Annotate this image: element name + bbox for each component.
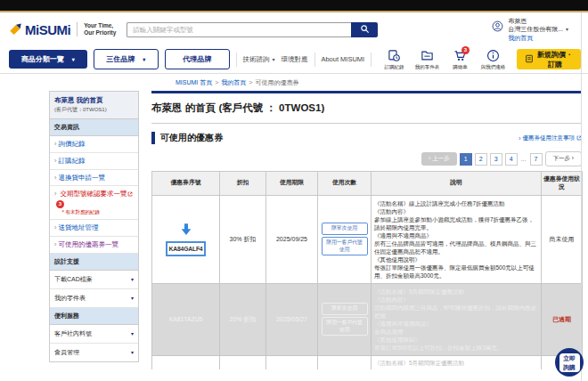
pagination-page-3[interactable]: 3 bbox=[490, 153, 502, 166]
my-home-link[interactable]: 我的首頁 bbox=[508, 34, 568, 42]
parts-list-quick-link[interactable]: 我的零件表 bbox=[412, 49, 442, 70]
pending-count-badge: 3 bbox=[56, 200, 64, 208]
account-user-name: 布萊恩 bbox=[508, 17, 568, 25]
column-header-status: 優惠券使用狀況 bbox=[542, 172, 583, 196]
sidebar-item-coupon-list[interactable]: 可使用的優惠券一覽 bbox=[50, 237, 138, 254]
search-button[interactable] bbox=[351, 22, 378, 37]
section-header-row: 可使用的優惠券 優惠券使用注意事項 bbox=[151, 132, 582, 144]
coupon-description: 《活動名稱》5月期間限定優惠活動 《活動內容》 活動期間內購買三住商品，即可獲得… bbox=[372, 283, 542, 355]
coupon-usage-cell: 限單次使用 限用一客戶代號使用 bbox=[318, 195, 372, 283]
sidebar-item-cad-download[interactable]: 下載CAD檔案 bbox=[50, 271, 138, 289]
account-texts: 布萊恩 台灣三住股份有限... 我的首頁 bbox=[508, 17, 568, 42]
cart-quick-link[interactable]: 3 購物車 bbox=[445, 49, 475, 70]
column-header-description: 說明 bbox=[372, 172, 542, 196]
table-row-coupon-active: KA84GALF4 30% 折扣 2025/09/25 限單次使用 限用一客戶代… bbox=[152, 195, 583, 283]
window-edge-line bbox=[581, 12, 582, 381]
site-header: MiSUMi Your Time, Our Priority 布萊恩 台灣三住股… bbox=[0, 12, 588, 45]
download-coupon-icon[interactable] bbox=[179, 223, 193, 237]
pagination-page-7[interactable]: 7 bbox=[530, 153, 543, 166]
sidebar-item-order-history[interactable]: 訂購紀錄 bbox=[50, 153, 138, 170]
sidebar-item-delivery-confirm[interactable]: 交期型號確認要求一覽3 ＊有未對應的紀錄 bbox=[50, 186, 138, 220]
column-header-discount: 折扣 bbox=[220, 172, 266, 196]
content-area: 布萊恩 我的首頁 (客戶代號：0TWOS1) 交易資訊 詢價紀錄 訂購紀錄 退換… bbox=[49, 91, 582, 369]
page-title: 布萊恩 的首頁 (客戶代號 ： 0TWOS1) bbox=[151, 101, 582, 124]
divider bbox=[371, 53, 372, 67]
sidebar-section-design: 設計支援 bbox=[50, 254, 138, 271]
sidebar-section-trade: 交易資訊 bbox=[50, 119, 138, 136]
chevron-down-icon bbox=[131, 350, 134, 355]
coupon-discount: 30% 折扣 bbox=[220, 195, 266, 283]
breadcrumb-mypage-link[interactable]: 我的首頁 bbox=[221, 79, 246, 85]
main-panel: 布萊恩 的首頁 (客戶代號 ： 0TWOS1) 可使用的優惠券 優惠券使用注意事… bbox=[151, 91, 582, 369]
usage-badge-single: 限單次使用 bbox=[322, 223, 368, 235]
pagination-page-4[interactable]: 4 bbox=[505, 153, 518, 166]
misumi-arrow-icon bbox=[9, 21, 22, 38]
sidebar: 布萊恩 我的首頁 (客戶代號：0TWOS1) 交易資訊 詢價紀錄 訂購紀錄 退換… bbox=[49, 91, 139, 362]
sidebar-item-return-request[interactable]: 退換貨申請一覽 bbox=[50, 170, 138, 187]
chevron-down-icon bbox=[143, 57, 145, 62]
agent-brand-button[interactable]: 代理品牌 bbox=[165, 49, 230, 69]
speech-bubble-icon: 立即 詢購 bbox=[559, 353, 580, 372]
category-menu-button[interactable]: 商品分類一覽 bbox=[9, 50, 87, 69]
sidebar-item-customer-part-no[interactable]: 客戶社內料號 bbox=[50, 325, 138, 344]
coupon-description: 《活動名稱》5月期間限定優惠活動 bbox=[372, 355, 542, 369]
search-input[interactable] bbox=[127, 22, 351, 37]
tech-consult-link[interactable]: 技術諮詢 bbox=[243, 55, 275, 64]
sidebar-section-service: 便利服務 bbox=[50, 308, 138, 325]
contact-icon bbox=[486, 49, 500, 63]
cart-count-badge: 3 bbox=[461, 46, 470, 54]
chevron-down-icon bbox=[72, 57, 75, 62]
logo-text: MiSUMi bbox=[25, 22, 70, 37]
breadcrumb-home-link[interactable]: MISUMI 首頁 bbox=[176, 79, 212, 85]
account-menu[interactable]: 布萊恩 台灣三住股份有限... 我的首頁 bbox=[492, 17, 579, 42]
coupon-notice-link[interactable]: 優惠券使用注意事項 bbox=[519, 134, 582, 142]
parts-list-icon bbox=[421, 49, 434, 63]
pagination-page-1[interactable]: 1 bbox=[460, 153, 472, 166]
column-header-expiry: 使用期限 bbox=[266, 172, 318, 196]
sidebar-item-member-mgmt[interactable]: 會員管理 bbox=[50, 344, 138, 361]
sidebar-item-address-mgmt[interactable]: 送貨地址管理 bbox=[50, 220, 138, 237]
coupon-status: 已過期 bbox=[542, 283, 583, 355]
coupon-discount: 20% 折扣 bbox=[220, 283, 266, 355]
coupon-expiry: 2025/09/25 bbox=[266, 195, 318, 283]
column-header-code: 優惠券序號 bbox=[152, 172, 220, 196]
pagination-ellipsis: ... bbox=[521, 156, 527, 162]
coupon-usage-cell: 限單次使用 限用一客戶代號使用 bbox=[318, 283, 372, 355]
table-header-row: 優惠券序號 折扣 使用期限 使用次數 說明 優惠券使用狀況 bbox=[152, 172, 583, 196]
account-company: 台灣三住股份有限... bbox=[508, 25, 568, 33]
order-history-icon bbox=[388, 49, 401, 63]
coupon-status: 尚未使用 bbox=[542, 195, 583, 283]
sidebar-item-quote-history[interactable]: 詢價紀錄 bbox=[50, 136, 138, 153]
usage-badge-account: 限用一客戶代號使用 bbox=[322, 317, 368, 336]
coupon-table: 優惠券序號 折扣 使用期限 使用次數 說明 優惠券使用狀況 KA84GALF4 … bbox=[151, 171, 583, 369]
divider bbox=[236, 53, 237, 67]
new-quote-order-button[interactable]: 新規詢價・訂購 bbox=[517, 49, 581, 69]
pagination-prev-button[interactable]: 上一步 bbox=[421, 152, 456, 166]
main-top-accent bbox=[151, 91, 582, 93]
coupon-description: 《活動名稱》線上設計講座完成小任務7折優惠活動 《活動內容》 參加線上講座並參加… bbox=[372, 195, 542, 283]
pending-note: ＊有未對應的紀錄 bbox=[61, 209, 135, 215]
external-link-icon bbox=[127, 190, 133, 199]
table-row-coupon-expired: KA81TAZU5 20% 折扣 2025/05/27 限單次使用 限用一客戶代… bbox=[152, 283, 583, 355]
misumi-brand-button[interactable]: 三住品牌 bbox=[94, 49, 159, 69]
column-header-usage: 使用次數 bbox=[318, 172, 372, 196]
pagination-next-button[interactable]: 下一步 bbox=[545, 151, 582, 166]
document-icon bbox=[525, 54, 534, 65]
coupon-section-title: 可使用的優惠券 bbox=[151, 132, 223, 144]
quick-quote-floating-button[interactable]: 立即 詢購 bbox=[555, 348, 584, 377]
about-misumi-link[interactable]: About MISUMI bbox=[321, 55, 364, 63]
chevron-down-icon bbox=[131, 331, 134, 336]
contact-quick-link[interactable]: 與我們連絡 bbox=[478, 49, 508, 70]
pagination-page-2[interactable]: 2 bbox=[475, 153, 487, 166]
breadcrumb-separator2: > bbox=[249, 79, 252, 85]
misumi-logo[interactable]: MiSUMi bbox=[9, 21, 70, 38]
coupon-expiry: 2025/05/27 bbox=[266, 283, 318, 355]
chevron-down-icon[interactable] bbox=[566, 27, 568, 32]
table-row-coupon-partial: 《活動名稱》5月期間限定優惠活動 bbox=[152, 355, 583, 369]
sidebar-user-code: (客戶代號：0TWOS1) bbox=[54, 106, 134, 114]
environment-link[interactable]: 環境對應 bbox=[282, 55, 308, 64]
divider bbox=[314, 53, 315, 67]
order-history-quick-link[interactable]: 訂購紀錄 bbox=[380, 49, 409, 70]
sidebar-item-my-parts-list[interactable]: 我的零件表 bbox=[50, 289, 138, 308]
sidebar-user-box: 布萊恩 我的首頁 (客戶代號：0TWOS1) bbox=[50, 92, 138, 119]
